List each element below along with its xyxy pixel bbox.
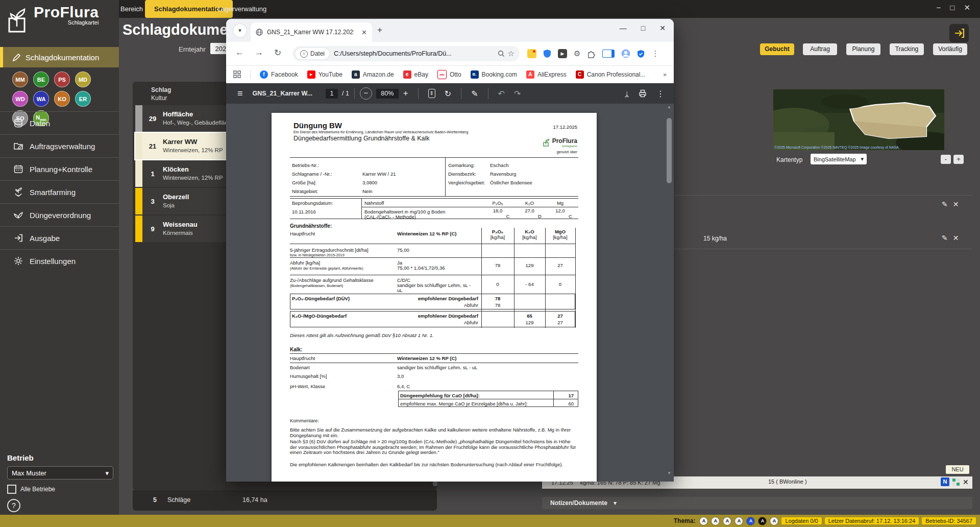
pdf-zoom-level[interactable]: 80% <box>376 89 399 99</box>
theme-a-button-3[interactable]: A <box>723 517 731 525</box>
theme-a-button-4[interactable]: A <box>734 517 743 525</box>
pdf-fit-page-button[interactable]: ⇕ <box>428 89 435 98</box>
pdf-scrollbar[interactable]: ▲ ▼ <box>667 111 672 474</box>
logout-button[interactable] <box>949 24 969 42</box>
theme-a-button-7[interactable]: A <box>770 517 778 525</box>
sidebar-item-ausgabe[interactable]: Ausgabe <box>0 226 119 249</box>
theme-a-button-2[interactable]: A <box>711 517 720 525</box>
kartentyp-select[interactable]: BingSatelliteMap ▾ <box>811 154 867 164</box>
video-extension-icon[interactable]: ▶ <box>558 49 567 58</box>
pdf-download-button[interactable]: ↓ <box>625 90 629 97</box>
close-icon[interactable]: ✕ <box>953 200 959 208</box>
sidebar-item-schlagdokumentation[interactable]: Schlagdokumentation <box>0 47 119 67</box>
bookmark-canon[interactable]: CCanon Professional... <box>576 70 646 79</box>
shield-extension-icon[interactable] <box>543 49 551 58</box>
browser-close-button[interactable]: ✕ <box>659 24 666 32</box>
bookmarks-overflow-icon[interactable]: » <box>663 71 667 78</box>
pdf-rotate-button[interactable]: ↻ <box>445 89 451 99</box>
bwonline-icon[interactable]: N <box>941 477 949 486</box>
browser-minimize-button[interactable]: — <box>620 24 627 32</box>
new-tab-button[interactable]: + <box>377 25 382 35</box>
grid-icon[interactable] <box>952 478 960 486</box>
reload-button[interactable]: ↻ <box>274 47 281 58</box>
crop-badge-ko[interactable]: KO <box>54 91 70 107</box>
sidebar-item-smartfarming[interactable]: Smartfarming <box>0 180 119 203</box>
bookmark-booking[interactable]: B.Booking.com <box>471 70 517 79</box>
crop-badge-mm[interactable]: MM <box>12 71 28 87</box>
map-zoom-out-button[interactable]: - <box>941 155 951 164</box>
map-zoom-in-button[interactable]: + <box>953 155 964 164</box>
browser-tab[interactable]: GNS_21_Karrer WW 17.12.2025 ✕ <box>251 22 372 42</box>
sidebar-item-planung-kontrolle[interactable]: Planung+Kontrolle <box>0 157 119 180</box>
profile-avatar[interactable] <box>621 49 630 58</box>
notizen-dokumente-section[interactable]: Notizen/Dokumente ▾ <box>542 497 972 509</box>
sidebar-item-duengeverordnung[interactable]: Düngeverordnung <box>0 203 119 226</box>
pdf-undo-button[interactable]: ↶ <box>498 89 505 99</box>
close-icon[interactable]: ✕ <box>953 234 959 242</box>
zoom-page-icon[interactable] <box>498 50 505 57</box>
betriebs-id-badge[interactable]: Betriebs-ID: 34567 <box>922 517 976 524</box>
theme-a-button-5[interactable]: A <box>746 517 755 525</box>
bookmark-otto[interactable]: ottoOtto <box>437 70 461 79</box>
side-panel-icon[interactable] <box>602 50 615 58</box>
pdf-print-button[interactable] <box>639 89 647 98</box>
tab-lagerverwaltung[interactable]: Lagerverwaltung <box>208 0 276 18</box>
app-maximize-button[interactable]: □ <box>950 3 954 12</box>
scroll-down-icon[interactable]: ▼ <box>667 471 671 475</box>
back-button[interactable]: ← <box>235 47 244 58</box>
bookmark-ebay[interactable]: eeBay <box>403 70 428 79</box>
betrieb-select[interactable]: Max Muster ▾ <box>7 466 113 480</box>
address-bar[interactable]: i Datei C:/Users/steph/Documents/ProFlur… <box>292 46 520 61</box>
pdf-menu-icon[interactable]: ≡ <box>237 88 243 99</box>
pdf-redo-button[interactable]: ↷ <box>514 89 521 99</box>
crop-badge-be[interactable]: BE <box>33 71 49 87</box>
crop-badge-wa[interactable]: WA <box>33 91 49 107</box>
satellite-map[interactable]: ©2025 Microsoft Corporation ©2025 NAVTEQ… <box>773 89 944 150</box>
pdf-scrollbar-thumb[interactable] <box>667 118 672 183</box>
crop-badge-ps[interactable]: PS <box>54 71 70 87</box>
settings-extension-icon[interactable]: ⚙ <box>574 49 580 58</box>
pdf-page-input[interactable]: 1 <box>326 89 338 99</box>
filter-auftrag-button[interactable]: Auftrag <box>803 43 837 55</box>
browser-menu-icon[interactable]: ⋮ <box>651 49 659 58</box>
tab-close-icon[interactable]: ✕ <box>361 29 367 36</box>
filter-planung-button[interactable]: Planung <box>846 43 880 55</box>
sidebar-item-daten[interactable]: Daten <box>0 111 119 134</box>
apps-grid-icon[interactable] <box>233 70 241 78</box>
filter-gebucht-button[interactable]: Gebucht <box>760 43 794 55</box>
file-chip[interactable]: i Datei <box>295 48 330 59</box>
sidebar-item-einstellungen[interactable]: Einstellungen <box>0 249 119 272</box>
datenabruf-badge[interactable]: Letzer Datenabruf: 17.12. 13:16:24 <box>825 517 919 524</box>
filter-tracking-button[interactable]: Tracking <box>890 43 924 55</box>
pdf-annotate-button[interactable]: ✎ <box>471 89 478 99</box>
delete-entry-icon[interactable]: ✕ <box>963 478 969 486</box>
adguard-extension-icon[interactable] <box>527 49 536 58</box>
pdf-more-button[interactable]: ⋮ <box>656 89 665 99</box>
edit-icon[interactable]: ✎ <box>942 200 948 208</box>
tab-search-button[interactable]: ▾ <box>233 24 247 37</box>
help-button[interactable]: ? <box>7 499 20 512</box>
bookmark-aliexpress[interactable]: AAliExpress <box>526 70 567 79</box>
forward-button[interactable]: → <box>255 47 263 58</box>
crop-badge-md[interactable]: MD <box>75 71 91 87</box>
alle-betriebe-checkbox[interactable] <box>7 485 16 494</box>
neu-button[interactable]: NEU <box>946 465 969 474</box>
crop-badge-wd[interactable]: WD <box>12 91 28 107</box>
bookmark-amazon[interactable]: aAmazon.de <box>352 70 394 79</box>
pdf-zoom-out-button[interactable]: − <box>360 87 372 100</box>
browser-maximize-button[interactable]: □ <box>641 24 645 32</box>
app-minimize-button[interactable]: − <box>937 3 941 12</box>
crop-badge-er[interactable]: ER <box>75 91 91 107</box>
defender-shield-icon[interactable] <box>637 50 645 58</box>
bookmark-facebook[interactable]: fFacebook <box>260 70 298 79</box>
app-close-button[interactable]: ✕ <box>964 3 970 12</box>
logdaten-badge[interactable]: Logdaten 0/0 <box>781 517 821 524</box>
filter-vorlaeufig-button[interactable]: Vorläufig <box>933 43 967 55</box>
theme-a-button-6[interactable]: A <box>758 517 767 525</box>
puzzle-extensions-icon[interactable] <box>587 50 596 58</box>
scroll-up-icon[interactable]: ▲ <box>667 105 671 109</box>
bookmark-youtube[interactable]: ▶YouTube <box>307 70 342 79</box>
sidebar-item-auftragsverwaltung[interactable]: Auftragsverwaltung <box>0 134 119 157</box>
bookmark-star-icon[interactable]: ☆ <box>508 49 514 58</box>
pdf-zoom-in-button[interactable]: + <box>403 88 408 99</box>
